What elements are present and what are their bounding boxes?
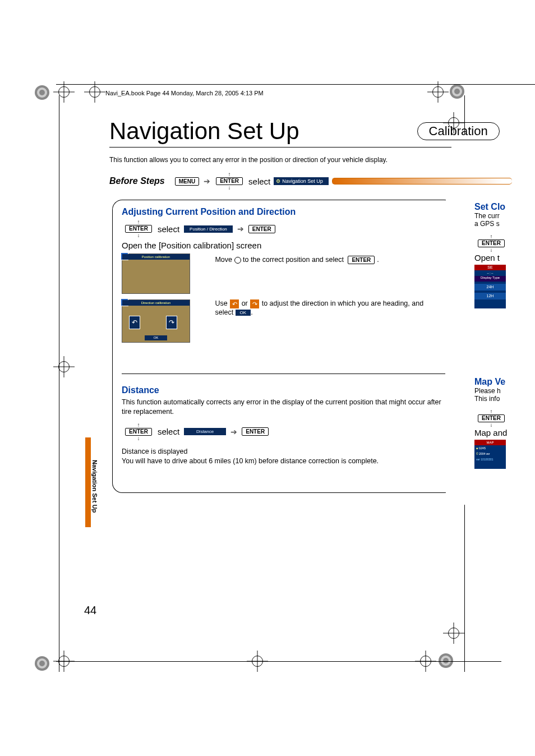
- enter-button-stack[interactable]: ↑ ENTER ↓: [476, 234, 507, 253]
- thumb-arrows: ↶↷: [129, 316, 177, 329]
- reg-mark-icon: [53, 356, 75, 377]
- right-panel-clock: Set Clo The curr a GPS s ↑ ENTER ↓ Open …: [474, 202, 535, 308]
- select-text: select: [248, 177, 270, 186]
- calibration-pill: Calibration: [417, 122, 500, 140]
- select-text: select: [158, 427, 179, 436]
- map-row: © 2004 ver: [474, 451, 506, 457]
- main-content-box: Adjusting Current Position and Direction…: [112, 200, 454, 493]
- right-panel-map: Map Ve Please h This info ↑ ENTER ↓ Map …: [474, 377, 535, 469]
- select-text: select: [158, 224, 179, 234]
- clock-thumb-header: SE: [474, 265, 506, 270]
- section-heading-adjusting: Adjusting Current Position and Direction: [122, 207, 445, 217]
- right-open: Map and: [474, 428, 535, 437]
- step-line-posdir: ↑ ENTER ↓ select Position / Direction ➔ …: [122, 219, 445, 238]
- target-icon: [437, 652, 454, 669]
- svg-point-38: [39, 661, 45, 666]
- rotate-right-icon[interactable]: ↷: [250, 299, 259, 308]
- compass-icon: [148, 316, 158, 328]
- enter-button[interactable]: ENTER: [125, 428, 152, 436]
- enter-button[interactable]: ENTER: [478, 239, 505, 247]
- thumb-caption: Direction calibration: [122, 300, 190, 306]
- reg-mark-icon: [443, 623, 464, 644]
- right-open: Open t: [474, 253, 535, 262]
- arrow-down-icon: ↓: [228, 185, 231, 191]
- mask: [446, 199, 463, 494]
- distance-chip[interactable]: Distance: [184, 428, 226, 435]
- right-title-clock: Set Clo: [474, 202, 535, 212]
- side-tab: [85, 437, 91, 527]
- open-position-text: Open the [Position calibration] screen: [122, 241, 445, 250]
- position-calibration-thumb: Position calibration: [122, 253, 190, 294]
- enter-button[interactable]: ENTER: [478, 414, 505, 422]
- right-line: This info: [474, 395, 535, 403]
- enter-button-stack[interactable]: ↑ ENTER ↓: [123, 422, 154, 441]
- menu-button[interactable]: MENU: [175, 177, 199, 186]
- period: .: [251, 308, 252, 316]
- ok-chip[interactable]: OK: [236, 310, 251, 316]
- page-title: Navigation Set Up: [109, 118, 299, 145]
- arrow-down-icon: ↓: [490, 422, 492, 428]
- 12h-row: 12H: [474, 293, 506, 299]
- arrow-down-icon: ↓: [490, 247, 492, 253]
- arrow-right-icon: ➔: [230, 427, 237, 436]
- distance-note: You will have to drive about 6 miles (10…: [122, 457, 445, 466]
- step-line-distance: ↑ ENTER ↓ select Distance ➔ ENTER: [122, 422, 445, 441]
- page: Navi_EA.book Page 44 Monday, March 28, 2…: [0, 0, 535, 756]
- map-row: ■ G24S: [474, 445, 506, 451]
- position-direction-chip[interactable]: Position / Direction: [184, 225, 233, 233]
- use-text-a: Use: [215, 299, 229, 307]
- before-steps-label: Before Steps: [109, 176, 165, 186]
- move-text-b: to the correct position and select: [243, 256, 345, 264]
- target-icon: [449, 83, 465, 100]
- arrow-down-icon: ↓: [137, 233, 140, 238]
- clock-thumb: SE -- : -- Display Type 24H 12H: [474, 265, 506, 308]
- rotate-left-icon: ↶: [129, 316, 140, 329]
- rotate-right-icon: ↷: [166, 316, 177, 329]
- rotate-left-icon[interactable]: ↶: [230, 299, 239, 308]
- thumb-caption: Position calibration: [122, 254, 190, 260]
- enter-button[interactable]: ENTER: [242, 427, 269, 436]
- right-title-map: Map Ve: [474, 377, 535, 387]
- nav-setup-label: Navigation Set Up: [282, 178, 323, 184]
- map-thumb-header: MAP: [474, 440, 506, 445]
- arrow-right-icon: ➔: [237, 224, 244, 233]
- direction-calibration-thumb: Direction calibration ↶↷ OK: [122, 299, 190, 343]
- nav-setup-chip[interactable]: ⚙Navigation Set Up: [274, 177, 329, 185]
- enter-button[interactable]: ENTER: [348, 256, 375, 264]
- enter-button-stack[interactable]: ↑ ENTER ↓: [214, 172, 245, 191]
- enter-button[interactable]: ENTER: [216, 177, 243, 185]
- arrow-up-icon: ↑: [490, 234, 492, 239]
- header-text: Navi_EA.book Page 44 Monday, March 28, 2…: [105, 90, 264, 96]
- page-number: 44: [84, 604, 96, 617]
- distance-body: This function automatically corrects any…: [122, 398, 445, 417]
- crosshair-icon: [234, 257, 241, 264]
- enter-button[interactable]: ENTER: [248, 225, 275, 233]
- enter-button-stack[interactable]: ↑ ENTER ↓: [123, 219, 154, 238]
- section-divider: [122, 374, 445, 374]
- right-line: The curr: [474, 212, 535, 220]
- frame-line: [59, 95, 59, 672]
- title-row: Navigation Set Up Calibration: [109, 118, 513, 145]
- enter-button-stack[interactable]: ↑ ENTER ↓: [476, 409, 507, 428]
- display-type-label: Display Type: [474, 276, 506, 282]
- right-line: Please h: [474, 387, 535, 395]
- wrench-icon: ⚙: [276, 178, 280, 184]
- target-icon: [34, 84, 50, 101]
- frame-line: [56, 661, 501, 662]
- section-heading-distance: Distance: [122, 385, 445, 395]
- intro-text: This function allows you to correct any …: [109, 156, 388, 164]
- 24h-row: 24H: [474, 284, 506, 291]
- distance-displayed: Distance is displayed: [122, 447, 445, 457]
- arrow-down-icon: ↓: [137, 436, 140, 441]
- gradient-bar-icon: [332, 178, 512, 185]
- period: .: [377, 256, 379, 264]
- move-text-a: Move: [215, 256, 234, 264]
- svg-point-41: [443, 658, 449, 663]
- use-or: or: [242, 299, 250, 307]
- svg-point-17: [454, 89, 460, 94]
- map-version-thumb: MAP ■ G24S © 2004 ver ver 10100301: [474, 440, 506, 469]
- before-steps-row: Before Steps MENU ➔ ↑ ENTER ↓ select ⚙Na…: [109, 172, 512, 191]
- side-section-label: Navigation Set Up: [91, 460, 98, 513]
- enter-button[interactable]: ENTER: [125, 225, 152, 233]
- title-rule: [109, 147, 451, 147]
